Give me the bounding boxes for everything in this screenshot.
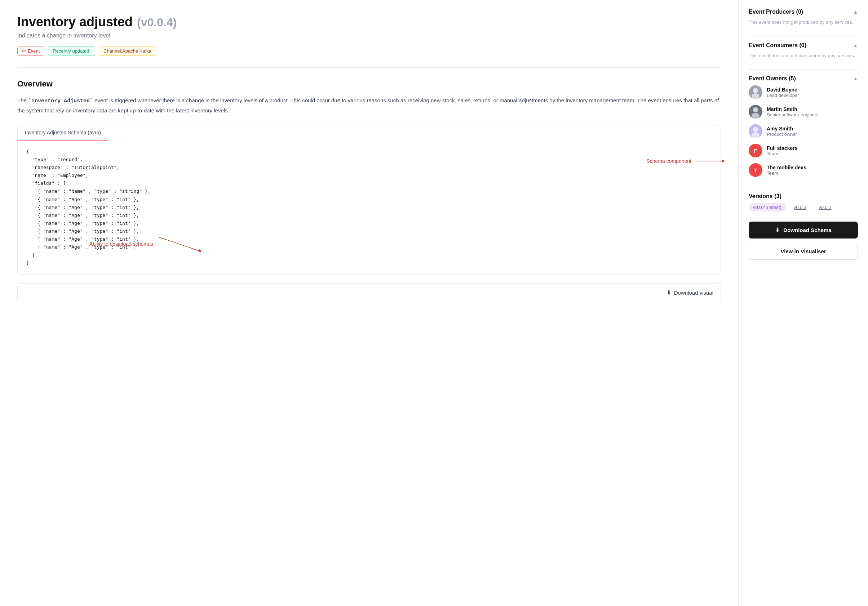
owner-mobile-devs-role: Team — [767, 170, 806, 176]
event-owners-header[interactable]: Event Owners (5) ▲ — [749, 75, 858, 82]
avatar-full-stackers: F — [749, 144, 763, 158]
avatar-amy-icon — [749, 124, 763, 138]
download-schemas-annotation: Ability to download schemas — [89, 235, 201, 253]
overview-text: The `Inventory Adjusted` event is trigge… — [17, 96, 721, 115]
download-schemas-label: Ability to download schemas — [89, 241, 153, 247]
event-consumers-empty-text: This event does not get consumed by any … — [749, 52, 858, 59]
schema-component-annotation: Schema component — [646, 158, 725, 165]
page-title-container: Inventory adjusted (v0.0.4) — [17, 14, 721, 29]
avatar-martin-icon — [749, 105, 763, 119]
owner-martin-role: Senior software engineer — [767, 112, 819, 117]
avatar-amy — [749, 124, 763, 138]
event-owners-title: Event Owners (5) — [749, 75, 796, 82]
main-content: Inventory adjusted (v0.0.4) Indicates a … — [0, 0, 738, 606]
schema-tab[interactable]: Inventory Adjusted Schema (avro) — [18, 125, 108, 141]
svg-point-7 — [752, 113, 760, 119]
owner-martin-info: Martin Smith Senior software engineer — [767, 106, 819, 117]
schema-body: { "type" : "record", "namespace" : "Tuto… — [18, 141, 721, 274]
owner-martin-name: Martin Smith — [767, 106, 819, 112]
owner-mobile-devs: T The mobile devs Team — [749, 163, 858, 177]
view-visualiser-label: View in Visualiser — [780, 248, 826, 254]
badges-container: ✉ Event Recently updated! Channel:Apache… — [17, 46, 721, 56]
badge-event: ✉ Event — [17, 46, 44, 56]
badge-channel: Channel:Apache Kafka — [99, 46, 156, 56]
owner-amy: Amy Smith Product owner — [749, 124, 858, 138]
version-v001[interactable]: v0.0.1 — [814, 203, 835, 212]
consumers-divider — [749, 69, 858, 70]
header-divider — [17, 67, 721, 68]
download-schema-icon: ⬇ — [775, 227, 780, 233]
event-producers-section: Event Producers (0) ▲ This event does no… — [749, 9, 858, 26]
versions-title: Versions (3) — [749, 193, 781, 199]
svg-point-4 — [752, 93, 760, 99]
page-title-version: (v0.0.4) — [137, 16, 177, 29]
version-v003[interactable]: v0.0.3 — [789, 203, 811, 212]
svg-point-6 — [753, 107, 758, 113]
event-producers-chevron-icon: ▲ — [853, 9, 858, 15]
owner-david-info: David Boyne Lead developer — [767, 87, 799, 98]
event-owners-chevron-icon: ▲ — [853, 76, 858, 82]
badge-updated-label: Recently updated! — [53, 48, 90, 54]
owner-david: David Boyne Lead developer — [749, 85, 858, 99]
event-producers-title: Event Producers (0) — [749, 9, 803, 15]
owner-amy-role: Product owner — [767, 131, 797, 137]
owner-full-stackers: F Full stackers Team — [749, 144, 858, 158]
download-schema-label: Download Schema — [783, 227, 831, 233]
event-consumers-section: Event Consumers (0) ▲ This event does no… — [749, 42, 858, 59]
download-schema-button[interactable]: ⬇ Download Schema — [749, 221, 858, 238]
schema-component-label: Schema component — [646, 158, 691, 164]
schema-component-arrow — [696, 158, 725, 165]
svg-point-3 — [753, 88, 758, 93]
download-schemas-arrow — [158, 235, 201, 253]
event-producers-header[interactable]: Event Producers (0) ▲ — [749, 9, 858, 15]
sidebar: Event Producers (0) ▲ This event does no… — [738, 0, 868, 606]
owner-martin: Martin Smith Senior software engineer — [749, 105, 858, 119]
owner-mobile-devs-info: The mobile devs Team — [767, 165, 806, 176]
overview-section: Overview The `Inventory Adjusted` event … — [17, 79, 721, 115]
avatar-mobile-devs: T — [749, 163, 763, 177]
schema-wrapper: Inventory Adjusted Schema (avro) { "type… — [17, 125, 721, 275]
badge-updated: Recently updated! — [48, 46, 95, 56]
versions-section: Versions (3) v0.0.4 (latest) v0.0.3 v0.0… — [749, 193, 858, 212]
owner-full-stackers-info: Full stackers Team — [767, 145, 798, 156]
event-owners-section: Event Owners (5) ▲ David Boyne Lead deve… — [749, 75, 858, 177]
producers-divider — [749, 36, 858, 36]
page-header: Inventory adjusted (v0.0.4) Indicates a … — [17, 14, 721, 56]
avatar-martin — [749, 105, 763, 119]
download-visual-icon: ⬇ — [666, 289, 671, 296]
owners-divider — [749, 187, 858, 187]
owner-full-stackers-name: Full stackers — [767, 145, 798, 151]
versions-header[interactable]: Versions (3) — [749, 193, 858, 199]
svg-point-9 — [753, 127, 758, 132]
owner-david-role: Lead developer — [767, 93, 799, 98]
owner-amy-info: Amy Smith Product owner — [767, 126, 797, 137]
event-producers-empty-text: This event does not get produced by any … — [749, 19, 858, 26]
avatar-david — [749, 85, 763, 99]
owner-full-stackers-role: Team — [767, 151, 798, 156]
owner-david-name: David Boyne — [767, 87, 799, 93]
svg-line-1 — [158, 237, 199, 251]
download-visual-bar: ⬇ Download visual — [17, 283, 721, 302]
download-visual-button[interactable]: ⬇ Download visual — [666, 289, 713, 296]
view-visualiser-button[interactable]: View in Visualiser — [749, 243, 858, 260]
event-consumers-header[interactable]: Event Consumers (0) ▲ — [749, 42, 858, 49]
event-consumers-title: Event Consumers (0) — [749, 42, 806, 49]
event-consumers-chevron-icon: ▲ — [853, 43, 858, 48]
page-subtitle: Indicates a change in inventory level — [17, 32, 721, 39]
badge-event-label: Event — [28, 48, 40, 54]
version-v004[interactable]: v0.0.4 (latest) — [749, 203, 786, 212]
overview-title: Overview — [17, 79, 721, 89]
owner-amy-name: Amy Smith — [767, 126, 797, 131]
svg-point-10 — [752, 132, 760, 138]
overview-code-highlight: `Inventory Adjusted` — [28, 98, 93, 104]
badge-channel-label: Channel:Apache Kafka — [104, 48, 151, 54]
page-title-text: Inventory adjusted — [17, 14, 133, 29]
download-visual-label: Download visual — [674, 290, 713, 296]
versions-row: v0.0.4 (latest) v0.0.3 v0.0.1 — [749, 203, 858, 212]
owner-mobile-devs-name: The mobile devs — [767, 165, 806, 170]
avatar-david-icon — [749, 85, 763, 99]
envelope-icon: ✉ — [22, 49, 26, 54]
